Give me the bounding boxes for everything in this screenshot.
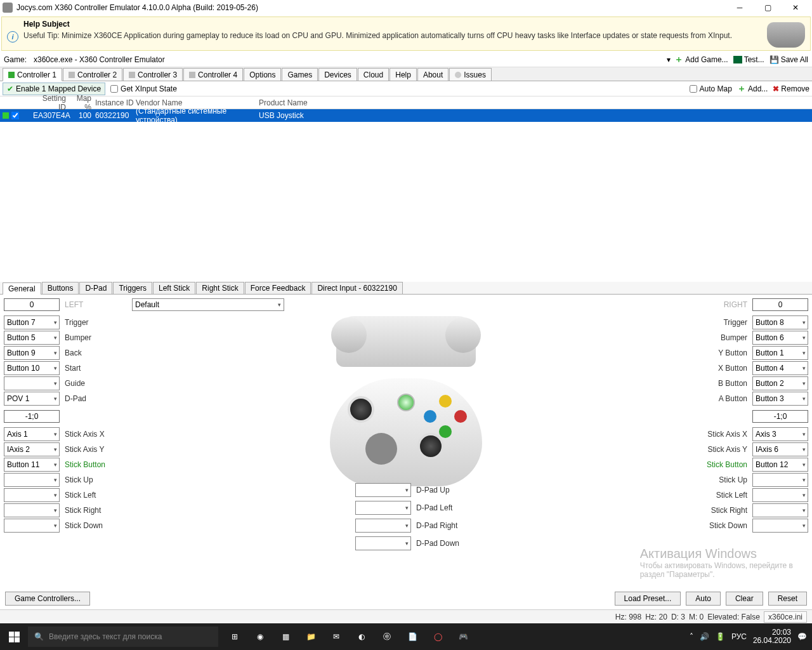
task-view-button[interactable]: ⊞ <box>223 624 246 649</box>
mapping-combo[interactable] <box>355 536 411 550</box>
mapping-combo[interactable]: Button 8 <box>752 315 808 329</box>
enable-mapped-button[interactable]: ✔Enable 1 Mapped Device <box>3 83 105 95</box>
add-game-button[interactable]: ＋Add Game... <box>674 54 728 65</box>
mapping-combo[interactable]: Button 6 <box>752 331 808 345</box>
reset-button[interactable]: Reset <box>768 592 807 606</box>
mapping-combo[interactable] <box>752 503 808 517</box>
taskbar-app-word[interactable]: 📄 <box>401 624 424 649</box>
map-row: Stick Up <box>681 472 808 488</box>
mapping-combo[interactable]: Button 12 <box>752 458 808 472</box>
mapping-combo[interactable]: POV 1 <box>4 392 60 406</box>
game-select[interactable]: x360ce.exe - X360 Controller Emulator <box>30 53 663 66</box>
tab-left-stick[interactable]: Left Stick <box>153 282 195 294</box>
mapping-label: Stick Left <box>65 491 96 500</box>
taskbar-app-store[interactable]: ▦ <box>274 624 297 649</box>
tab-options[interactable]: Options <box>244 68 281 81</box>
taskbar-app-edge[interactable]: ⓔ <box>376 624 398 649</box>
mapping-combo[interactable] <box>752 488 808 502</box>
mapping-combo[interactable]: Button 3 <box>752 392 808 406</box>
tab-force-feedback[interactable]: Force Feedback <box>245 282 311 294</box>
device-checkbox[interactable] <box>11 112 19 119</box>
tab-help[interactable]: Help <box>390 68 417 81</box>
mapping-combo[interactable]: Button 2 <box>752 376 808 390</box>
mapping-combo[interactable]: IAxis 6 <box>752 442 808 456</box>
tab-triggers[interactable]: Triggers <box>113 282 152 294</box>
start-button[interactable] <box>0 623 28 650</box>
mapping-combo[interactable]: Button 5 <box>4 331 60 345</box>
tray-notifications-icon[interactable]: 💬 <box>797 632 807 641</box>
taskbar-app-x360ce[interactable]: 🎮 <box>452 624 475 649</box>
auto-map-checkbox[interactable]: Auto Map <box>690 84 732 93</box>
mapping-combo[interactable]: Button 11 <box>4 458 60 472</box>
tab-direct-input[interactable]: Direct Input - 60322190 <box>311 282 402 294</box>
taskbar-app-explorer[interactable]: 📁 <box>299 624 322 649</box>
mapping-combo[interactable]: Button 4 <box>752 361 808 375</box>
device-row[interactable]: EA307E4A 100 60322190 (Стандартные систе… <box>0 109 812 122</box>
tray-chevron-icon[interactable]: ˄ <box>690 632 693 641</box>
tab-controller-2[interactable]: Controller 2 <box>63 68 122 81</box>
mapping-combo[interactable] <box>4 503 60 517</box>
mapping-combo[interactable] <box>4 376 60 390</box>
window-title: Jocys.com X360 Controller Emulator 4.10.… <box>16 3 726 12</box>
taskbar-search[interactable]: 🔍Введите здесь текст для поиска <box>28 627 218 647</box>
mapping-combo[interactable]: Button 1 <box>752 346 808 360</box>
map-row: Button 7Trigger <box>4 315 131 330</box>
tray-language[interactable]: РУС <box>731 632 747 641</box>
mapping-combo[interactable] <box>355 519 411 533</box>
preset-combo[interactable]: Default <box>132 298 284 311</box>
mapping-combo[interactable] <box>4 519 60 533</box>
tab-controller-4[interactable]: Controller 4 <box>183 68 243 81</box>
mapping-label: Stick Axis X <box>707 430 747 439</box>
mapping-combo[interactable]: Axis 1 <box>4 427 60 441</box>
add-device-button[interactable]: ＋Add... <box>737 83 768 95</box>
tab-right-stick[interactable]: Right Stick <box>196 282 244 294</box>
mapping-combo[interactable] <box>355 483 411 497</box>
mapping-combo[interactable]: IAxis 2 <box>4 442 60 456</box>
tab-controller-3[interactable]: Controller 3 <box>123 68 183 81</box>
mapping-combo[interactable]: Button 10 <box>4 361 60 375</box>
close-button[interactable]: ✕ <box>782 0 809 15</box>
taskbar-app-opera[interactable]: ◯ <box>426 624 449 649</box>
mapping-combo[interactable] <box>752 473 808 487</box>
mapping-combo[interactable] <box>4 473 60 487</box>
maximize-button[interactable]: ▢ <box>754 0 782 15</box>
tab-cloud[interactable]: Cloud <box>358 68 389 81</box>
clear-button[interactable]: Clear <box>726 592 763 606</box>
tab-controller-1[interactable]: Controller 1 <box>3 68 62 81</box>
mapping-label: A Button <box>719 394 747 403</box>
mapping-combo[interactable]: Button 9 <box>4 346 60 360</box>
status-icon <box>189 72 195 78</box>
get-xinput-checkbox[interactable]: Get XInput State <box>110 84 177 93</box>
tab-issues[interactable]: Issues <box>449 68 492 81</box>
map-row: Stick Down <box>4 518 131 533</box>
mapping-combo[interactable] <box>355 501 411 515</box>
save-all-button[interactable]: 💾Save All <box>769 54 808 65</box>
tray-battery-icon[interactable]: 🔋 <box>716 632 725 641</box>
tab-buttons[interactable]: Buttons <box>42 282 79 294</box>
taskbar-app-mail[interactable]: ✉ <box>325 624 348 649</box>
auto-button[interactable]: Auto <box>686 592 721 606</box>
tray-clock[interactable]: 20:0326.04.2020 <box>753 628 791 645</box>
remove-device-button[interactable]: ✖Remove <box>773 84 809 93</box>
map-row: D-Pad Right <box>355 518 459 533</box>
game-controllers-button[interactable]: Game Controllers... <box>5 592 90 606</box>
tab-dpad[interactable]: D-Pad <box>79 282 112 294</box>
status-ini[interactable]: x360ce.ini <box>764 611 807 623</box>
mapping-combo[interactable] <box>752 519 808 533</box>
mapping-label: Stick Left <box>716 491 747 500</box>
game-dropdown-icon[interactable]: ▾ <box>667 55 671 64</box>
tab-general[interactable]: General <box>3 282 41 295</box>
mapping-combo[interactable] <box>4 488 60 502</box>
tab-about[interactable]: About <box>417 68 449 81</box>
taskbar-app-yandex[interactable]: ◐ <box>350 624 373 649</box>
tab-games[interactable]: Games <box>282 68 318 81</box>
left-header-label: LEFT <box>65 300 83 309</box>
taskbar-app-chrome[interactable]: ◉ <box>249 624 272 649</box>
mapping-combo[interactable]: Axis 3 <box>752 427 808 441</box>
mapping-combo[interactable]: Button 7 <box>4 315 60 329</box>
tray-volume-icon[interactable]: 🔊 <box>700 632 709 641</box>
load-preset-button[interactable]: Load Preset... <box>615 592 681 606</box>
test-button[interactable]: Test... <box>733 54 764 65</box>
minimize-button[interactable]: ─ <box>726 0 754 15</box>
tab-devices[interactable]: Devices <box>318 68 357 81</box>
